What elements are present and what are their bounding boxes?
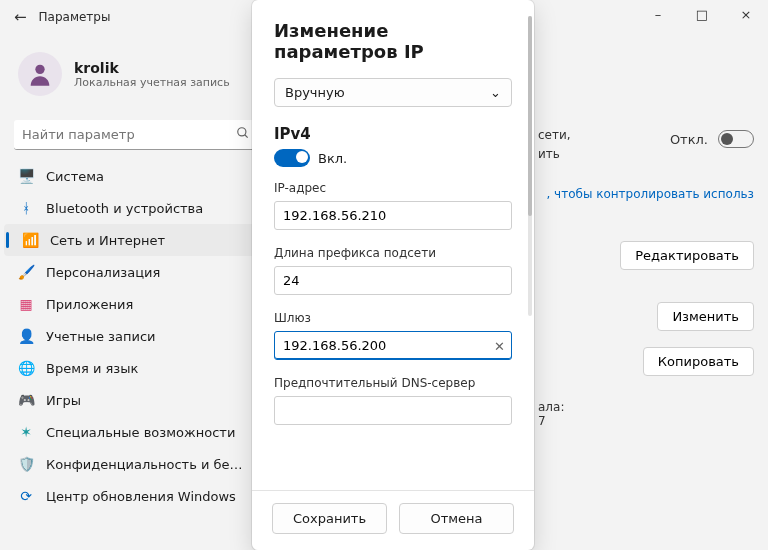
app-title: Параметры [39, 10, 111, 24]
metered-toggle[interactable] [718, 130, 754, 148]
user-subtitle: Локальная учетная запись [74, 76, 230, 89]
minimize-button[interactable]: – [636, 0, 680, 28]
sidebar-item-10[interactable]: ⟳Центр обновления Windows [0, 480, 260, 512]
close-button[interactable]: × [724, 0, 768, 28]
search-icon [236, 126, 250, 143]
sidebar-item-label: Приложения [46, 297, 133, 312]
person-icon [26, 60, 54, 88]
sidebar: 🖥️СистемаᚼBluetooth и устройства📶Сеть и … [0, 160, 260, 512]
sidebar-icon: ▦ [18, 296, 34, 312]
sidebar-icon: ✶ [18, 424, 34, 440]
ip-settings-dialog: Изменение параметров IP Вручную ⌄ IPv4 В… [252, 0, 534, 550]
edit-button[interactable]: Редактировать [620, 241, 754, 270]
sidebar-icon: ⟳ [18, 488, 34, 504]
save-button[interactable]: Сохранить [272, 503, 387, 534]
prefix-input[interactable] [274, 266, 512, 295]
user-block[interactable]: krolik Локальная учетная запись [18, 52, 230, 96]
user-name: krolik [74, 60, 230, 76]
dialog-title: Изменение параметров IP [274, 20, 512, 62]
ipv4-toggle-label: Вкл. [318, 151, 347, 166]
back-button[interactable]: ← [14, 8, 27, 26]
clear-icon[interactable]: ✕ [494, 338, 505, 353]
sidebar-icon: 🖥️ [18, 168, 34, 184]
sidebar-item-label: Конфиденциальность и безопасность [46, 457, 246, 472]
sidebar-item-2[interactable]: 📶Сеть и Интернет [4, 224, 256, 256]
maximize-button[interactable]: □ [680, 0, 724, 28]
avatar [18, 52, 62, 96]
dns-label: Предпочтительный DNS-сервер [274, 376, 512, 390]
gateway-input[interactable]: ✕ [274, 331, 512, 360]
sidebar-item-label: Bluetooth и устройства [46, 201, 203, 216]
dns-input[interactable] [274, 396, 512, 425]
sidebar-item-label: Центр обновления Windows [46, 489, 236, 504]
bg-text-2: ала:7 [538, 400, 754, 428]
sidebar-item-5[interactable]: 👤Учетные записи [0, 320, 260, 352]
sidebar-item-label: Время и язык [46, 361, 138, 376]
sidebar-icon: 👤 [18, 328, 34, 344]
sidebar-icon: 🌐 [18, 360, 34, 376]
copy-button[interactable]: Копировать [643, 347, 754, 376]
gateway-label: Шлюз [274, 311, 512, 325]
sidebar-item-4[interactable]: ▦Приложения [0, 288, 260, 320]
search-input[interactable] [14, 120, 258, 150]
sidebar-icon: 🛡️ [18, 456, 34, 472]
sidebar-item-9[interactable]: 🛡️Конфиденциальность и безопасность [0, 448, 260, 480]
sidebar-item-1[interactable]: ᚼBluetooth и устройства [0, 192, 260, 224]
svg-point-1 [238, 128, 246, 136]
toggle-label: Откл. [670, 132, 708, 147]
prefix-label: Длина префикса подсети [274, 246, 512, 260]
sidebar-item-0[interactable]: 🖥️Система [0, 160, 260, 192]
sidebar-item-8[interactable]: ✶Специальные возможности [0, 416, 260, 448]
search-field[interactable] [22, 127, 236, 142]
sidebar-item-label: Система [46, 169, 104, 184]
sidebar-item-label: Учетные записи [46, 329, 156, 344]
ipv4-toggle[interactable] [274, 149, 310, 167]
scrollbar[interactable] [528, 16, 532, 316]
sidebar-item-label: Игры [46, 393, 81, 408]
mode-dropdown[interactable]: Вручную ⌄ [274, 78, 512, 107]
cancel-button[interactable]: Отмена [399, 503, 514, 534]
change-button[interactable]: Изменить [657, 302, 754, 331]
usage-link[interactable]: , чтобы контролировать использ [546, 187, 754, 201]
svg-line-2 [245, 135, 248, 138]
sidebar-icon: 📶 [22, 232, 38, 248]
chevron-down-icon: ⌄ [490, 85, 501, 100]
sidebar-item-3[interactable]: 🖌️Персонализация [0, 256, 260, 288]
sidebar-icon: ᚼ [18, 200, 34, 216]
sidebar-icon: 🖌️ [18, 264, 34, 280]
dropdown-value: Вручную [285, 85, 345, 100]
sidebar-item-label: Сеть и Интернет [50, 233, 165, 248]
sidebar-item-label: Специальные возможности [46, 425, 235, 440]
sidebar-item-7[interactable]: 🎮Игры [0, 384, 260, 416]
svg-point-0 [35, 65, 44, 74]
sidebar-icon: 🎮 [18, 392, 34, 408]
ip-label: IP-адрес [274, 181, 512, 195]
ip-input[interactable] [274, 201, 512, 230]
sidebar-item-6[interactable]: 🌐Время и язык [0, 352, 260, 384]
ipv4-heading: IPv4 [274, 125, 512, 143]
sidebar-item-label: Персонализация [46, 265, 160, 280]
